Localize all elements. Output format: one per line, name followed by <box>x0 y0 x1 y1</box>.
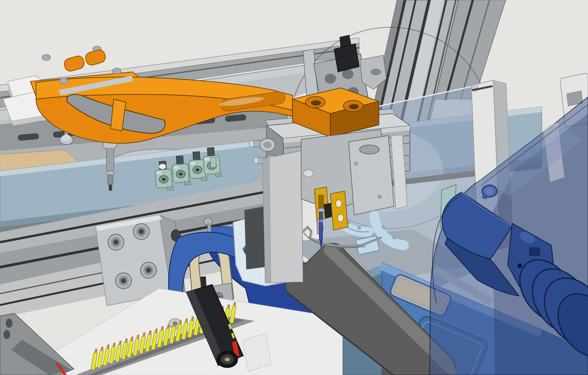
bolt-tip <box>109 185 112 191</box>
clip-reflection <box>159 164 166 169</box>
ejector-pin <box>319 212 322 241</box>
scene-svg <box>0 0 588 375</box>
cad-3d-viewport[interactable] <box>0 0 588 375</box>
gold-gripper-right <box>330 191 348 230</box>
small-clip <box>211 157 216 167</box>
